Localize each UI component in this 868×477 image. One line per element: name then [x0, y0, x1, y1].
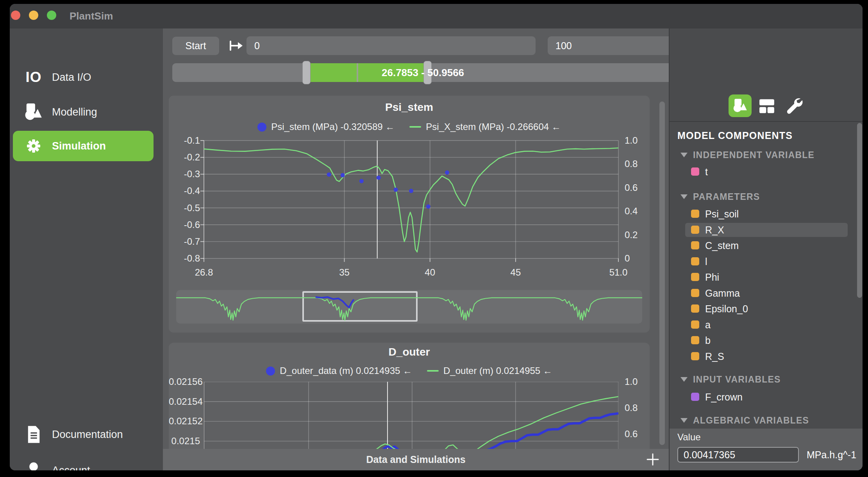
sidebar-item-label: Data I/O: [52, 71, 91, 84]
wrench-icon: [785, 97, 803, 115]
tab-settings[interactable]: [784, 96, 804, 116]
legend-dot-marker: [257, 123, 266, 132]
close-window-button[interactable]: [11, 11, 20, 20]
y-axis-tick-label: -0.8: [169, 253, 200, 264]
tab-model-components[interactable]: [729, 94, 752, 117]
tree-section-input-variables[interactable]: INPUT VARIABLES: [680, 373, 781, 386]
psi-stem-data-point: [394, 187, 398, 192]
shapes-icon: [21, 101, 46, 123]
legend-text: Psi_X_stem (MPa) -0.266604 ←: [426, 121, 561, 132]
sidebar-item-modelling[interactable]: Modelling: [10, 97, 163, 127]
tab-data-and-simulations[interactable]: Data and Simulations: [163, 449, 669, 470]
goto-start-icon[interactable]: [229, 40, 244, 51]
window-title: PlantSim: [70, 4, 113, 28]
tree-section-algebraic-variables[interactable]: ALGEBRAIC VARIABLES: [680, 414, 809, 427]
sidebar-item-label: Documentation: [52, 429, 123, 441]
chart-legend: Psi_stem (MPa) -0.320589 ←Psi_X_stem (MP…: [169, 121, 650, 132]
zoom-window-button[interactable]: [47, 11, 56, 20]
legend-line-marker: [409, 126, 421, 128]
sidebar-item-data-i-o[interactable]: IOData I/O: [10, 62, 163, 93]
d-outer-chart-panel: D_outer D_outer_data (m) 0.0214935 ←D_ou…: [169, 343, 650, 449]
tree-item-epsilon_0[interactable]: Epsilon_0: [670, 301, 863, 316]
tree-scrollbar[interactable]: [857, 123, 862, 298]
psi-stem-data-point: [377, 176, 381, 180]
tree-item-label: Psi_soil: [705, 208, 739, 220]
tree-item-r_x[interactable]: R_X: [670, 222, 863, 237]
y-axis-tick-label: 0.0215: [169, 436, 200, 447]
y-axis-tick-label: -0.3: [169, 169, 200, 180]
legend-item[interactable]: Psi_stem (MPa) -0.320589 ←: [257, 121, 395, 132]
x-axis-tick-label: 26.8: [195, 267, 213, 278]
y-axis-tick-label: -0.7: [169, 236, 200, 247]
y2-axis-tick-label: 0.2: [625, 230, 638, 240]
tree-item-c_stem[interactable]: C_stem: [670, 238, 863, 253]
legend-item[interactable]: Psi_X_stem (MPa) -0.266604 ←: [409, 121, 561, 132]
tree-item-label: l: [705, 256, 707, 267]
y2-axis-tick-label: 0.6: [625, 182, 638, 193]
minimize-window-button[interactable]: [29, 11, 38, 20]
legend-line-marker: [427, 370, 439, 372]
slider-range-label: 26.7853 - 50.9566: [382, 63, 464, 82]
person-icon: [21, 459, 46, 470]
tab-layout[interactable]: [757, 97, 777, 115]
d-outer-plot-area[interactable]: [204, 382, 618, 449]
y2-axis-tick-label: 1.0: [625, 376, 638, 387]
slider-left-handle[interactable]: [302, 61, 311, 84]
legend-item[interactable]: D_outer_data (m) 0.0214935 ←: [266, 365, 412, 376]
start-button[interactable]: Start: [172, 37, 219, 55]
tree-item-a[interactable]: a: [670, 317, 863, 332]
collapse-triangle-icon[interactable]: [680, 377, 688, 382]
variable-color-swatch: [691, 257, 699, 265]
y-axis-tick-label: -0.1: [169, 135, 200, 146]
tree-item-psi_soil[interactable]: Psi_soil: [670, 206, 863, 221]
legend-dot-marker: [266, 367, 275, 376]
tree-section-label: INDEPENDENT VARIABLE: [693, 150, 814, 160]
variable-color-swatch: [691, 304, 699, 313]
tree-section-independent-variable[interactable]: INDEPENDENT VARIABLE: [680, 149, 814, 161]
psi-stem-chart-panel: Psi_stem Psi_stem (MPa) -0.320589 ←Psi_X…: [169, 96, 650, 333]
add-chart-button[interactable]: [645, 452, 660, 467]
variable-color-swatch: [691, 210, 699, 218]
x-axis-tick-label: 51.0: [609, 267, 628, 278]
sidebar-item-account[interactable]: Account: [10, 455, 163, 470]
collapse-triangle-icon[interactable]: [680, 418, 688, 423]
range-navigator[interactable]: [176, 290, 642, 324]
legend-item[interactable]: D_outer (m) 0.0214955 ←: [427, 365, 552, 376]
time-window-slider[interactable]: 26.7853 - 50.9566: [172, 63, 674, 82]
tree-section-label: PARAMETERS: [693, 192, 760, 202]
layout-icon: [759, 98, 775, 114]
variable-color-swatch: [691, 352, 699, 360]
x-axis-tick-label: 35: [339, 267, 350, 278]
sidebar-item-simulation[interactable]: Simulation: [13, 131, 154, 161]
legend-text: D_outer (m) 0.0214955 ←: [443, 365, 552, 376]
tree-item-label: Phi: [705, 272, 719, 283]
sidebar-item-label: Simulation: [52, 140, 106, 152]
psi-stem-plot-area[interactable]: [204, 141, 618, 258]
sidebar-item-documentation[interactable]: Documentation: [10, 419, 163, 450]
collapse-triangle-icon[interactable]: [680, 194, 688, 199]
tree-item-r_s[interactable]: R_S: [670, 349, 863, 364]
y-axis-tick-label: -0.2: [169, 152, 200, 163]
time-start-input[interactable]: 0: [246, 36, 536, 55]
tree-item-label: Epsilon_0: [705, 303, 748, 315]
variable-color-swatch: [691, 226, 699, 234]
tree-item-l[interactable]: l: [670, 254, 863, 269]
io-icon: IO: [21, 66, 46, 88]
y-axis-tick-label: 0.02152: [169, 416, 200, 427]
navigator-series-line: [176, 298, 642, 320]
tree-item-label: b: [705, 335, 711, 346]
tree-item-gamma[interactable]: Gamma: [670, 286, 863, 301]
tree-item-b[interactable]: b: [670, 333, 863, 348]
variable-color-swatch: [691, 241, 699, 249]
charts-scrollbar[interactable]: [659, 101, 665, 445]
collapse-triangle-icon[interactable]: [680, 153, 688, 157]
tree-section-parameters[interactable]: PARAMETERS: [680, 190, 760, 203]
legend-text: Psi_stem (MPa) -0.320589 ←: [271, 121, 395, 132]
tree-item-label: t: [705, 166, 708, 178]
tree-item-label: Gamma: [705, 287, 740, 299]
value-input[interactable]: 0.00417365: [677, 447, 799, 463]
tree-item-phi[interactable]: Phi: [670, 270, 863, 285]
tree-item-t[interactable]: t: [670, 164, 863, 179]
tree-item-f_crown[interactable]: F_crown: [670, 390, 863, 404]
panel-divider: [670, 121, 863, 122]
